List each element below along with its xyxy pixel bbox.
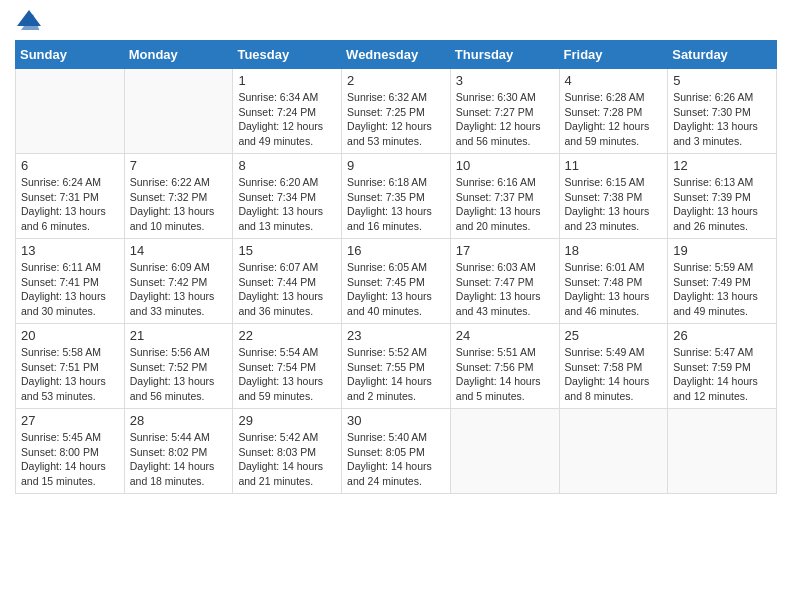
weekday-header: Sunday bbox=[16, 41, 125, 69]
day-info: Sunrise: 5:44 AM Sunset: 8:02 PM Dayligh… bbox=[130, 430, 228, 489]
calendar-cell bbox=[16, 69, 125, 154]
calendar-cell: 9Sunrise: 6:18 AM Sunset: 7:35 PM Daylig… bbox=[342, 154, 451, 239]
calendar-cell bbox=[124, 69, 233, 154]
weekday-header: Wednesday bbox=[342, 41, 451, 69]
weekday-header: Friday bbox=[559, 41, 668, 69]
calendar-cell: 19Sunrise: 5:59 AM Sunset: 7:49 PM Dayli… bbox=[668, 239, 777, 324]
day-number: 4 bbox=[565, 73, 663, 88]
calendar-cell: 2Sunrise: 6:32 AM Sunset: 7:25 PM Daylig… bbox=[342, 69, 451, 154]
day-number: 6 bbox=[21, 158, 119, 173]
day-info: Sunrise: 6:16 AM Sunset: 7:37 PM Dayligh… bbox=[456, 175, 554, 234]
day-info: Sunrise: 6:24 AM Sunset: 7:31 PM Dayligh… bbox=[21, 175, 119, 234]
day-number: 11 bbox=[565, 158, 663, 173]
day-info: Sunrise: 5:56 AM Sunset: 7:52 PM Dayligh… bbox=[130, 345, 228, 404]
calendar-cell: 27Sunrise: 5:45 AM Sunset: 8:00 PM Dayli… bbox=[16, 409, 125, 494]
calendar-cell: 18Sunrise: 6:01 AM Sunset: 7:48 PM Dayli… bbox=[559, 239, 668, 324]
day-number: 2 bbox=[347, 73, 445, 88]
day-info: Sunrise: 5:42 AM Sunset: 8:03 PM Dayligh… bbox=[238, 430, 336, 489]
calendar-cell: 8Sunrise: 6:20 AM Sunset: 7:34 PM Daylig… bbox=[233, 154, 342, 239]
calendar-cell: 13Sunrise: 6:11 AM Sunset: 7:41 PM Dayli… bbox=[16, 239, 125, 324]
day-number: 7 bbox=[130, 158, 228, 173]
day-info: Sunrise: 5:59 AM Sunset: 7:49 PM Dayligh… bbox=[673, 260, 771, 319]
weekday-header: Thursday bbox=[450, 41, 559, 69]
calendar-cell: 4Sunrise: 6:28 AM Sunset: 7:28 PM Daylig… bbox=[559, 69, 668, 154]
day-info: Sunrise: 5:54 AM Sunset: 7:54 PM Dayligh… bbox=[238, 345, 336, 404]
day-info: Sunrise: 6:13 AM Sunset: 7:39 PM Dayligh… bbox=[673, 175, 771, 234]
calendar-cell: 14Sunrise: 6:09 AM Sunset: 7:42 PM Dayli… bbox=[124, 239, 233, 324]
calendar-cell: 17Sunrise: 6:03 AM Sunset: 7:47 PM Dayli… bbox=[450, 239, 559, 324]
day-number: 22 bbox=[238, 328, 336, 343]
day-info: Sunrise: 5:58 AM Sunset: 7:51 PM Dayligh… bbox=[21, 345, 119, 404]
calendar-cell: 28Sunrise: 5:44 AM Sunset: 8:02 PM Dayli… bbox=[124, 409, 233, 494]
logo bbox=[15, 10, 41, 30]
weekday-header: Saturday bbox=[668, 41, 777, 69]
day-number: 18 bbox=[565, 243, 663, 258]
day-number: 14 bbox=[130, 243, 228, 258]
calendar-cell bbox=[450, 409, 559, 494]
calendar-week-row: 6Sunrise: 6:24 AM Sunset: 7:31 PM Daylig… bbox=[16, 154, 777, 239]
day-info: Sunrise: 5:40 AM Sunset: 8:05 PM Dayligh… bbox=[347, 430, 445, 489]
calendar-cell: 3Sunrise: 6:30 AM Sunset: 7:27 PM Daylig… bbox=[450, 69, 559, 154]
calendar-cell bbox=[668, 409, 777, 494]
day-number: 24 bbox=[456, 328, 554, 343]
logo-icon bbox=[17, 10, 41, 30]
calendar-week-row: 1Sunrise: 6:34 AM Sunset: 7:24 PM Daylig… bbox=[16, 69, 777, 154]
calendar-cell: 23Sunrise: 5:52 AM Sunset: 7:55 PM Dayli… bbox=[342, 324, 451, 409]
day-number: 26 bbox=[673, 328, 771, 343]
day-number: 28 bbox=[130, 413, 228, 428]
calendar-week-row: 27Sunrise: 5:45 AM Sunset: 8:00 PM Dayli… bbox=[16, 409, 777, 494]
day-info: Sunrise: 6:03 AM Sunset: 7:47 PM Dayligh… bbox=[456, 260, 554, 319]
day-info: Sunrise: 6:09 AM Sunset: 7:42 PM Dayligh… bbox=[130, 260, 228, 319]
day-info: Sunrise: 6:11 AM Sunset: 7:41 PM Dayligh… bbox=[21, 260, 119, 319]
day-number: 5 bbox=[673, 73, 771, 88]
day-info: Sunrise: 6:07 AM Sunset: 7:44 PM Dayligh… bbox=[238, 260, 336, 319]
day-info: Sunrise: 6:05 AM Sunset: 7:45 PM Dayligh… bbox=[347, 260, 445, 319]
day-info: Sunrise: 6:28 AM Sunset: 7:28 PM Dayligh… bbox=[565, 90, 663, 149]
day-number: 3 bbox=[456, 73, 554, 88]
day-info: Sunrise: 5:47 AM Sunset: 7:59 PM Dayligh… bbox=[673, 345, 771, 404]
day-number: 30 bbox=[347, 413, 445, 428]
calendar-cell: 20Sunrise: 5:58 AM Sunset: 7:51 PM Dayli… bbox=[16, 324, 125, 409]
day-number: 1 bbox=[238, 73, 336, 88]
day-number: 29 bbox=[238, 413, 336, 428]
day-info: Sunrise: 6:01 AM Sunset: 7:48 PM Dayligh… bbox=[565, 260, 663, 319]
day-number: 21 bbox=[130, 328, 228, 343]
day-info: Sunrise: 6:30 AM Sunset: 7:27 PM Dayligh… bbox=[456, 90, 554, 149]
calendar-cell: 30Sunrise: 5:40 AM Sunset: 8:05 PM Dayli… bbox=[342, 409, 451, 494]
day-number: 9 bbox=[347, 158, 445, 173]
day-info: Sunrise: 6:26 AM Sunset: 7:30 PM Dayligh… bbox=[673, 90, 771, 149]
day-info: Sunrise: 6:18 AM Sunset: 7:35 PM Dayligh… bbox=[347, 175, 445, 234]
day-number: 23 bbox=[347, 328, 445, 343]
calendar-header-row: SundayMondayTuesdayWednesdayThursdayFrid… bbox=[16, 41, 777, 69]
calendar-cell: 16Sunrise: 6:05 AM Sunset: 7:45 PM Dayli… bbox=[342, 239, 451, 324]
day-number: 13 bbox=[21, 243, 119, 258]
day-number: 27 bbox=[21, 413, 119, 428]
day-info: Sunrise: 6:22 AM Sunset: 7:32 PM Dayligh… bbox=[130, 175, 228, 234]
calendar-cell: 24Sunrise: 5:51 AM Sunset: 7:56 PM Dayli… bbox=[450, 324, 559, 409]
day-info: Sunrise: 6:32 AM Sunset: 7:25 PM Dayligh… bbox=[347, 90, 445, 149]
weekday-header: Tuesday bbox=[233, 41, 342, 69]
day-number: 25 bbox=[565, 328, 663, 343]
day-info: Sunrise: 6:15 AM Sunset: 7:38 PM Dayligh… bbox=[565, 175, 663, 234]
calendar-cell: 21Sunrise: 5:56 AM Sunset: 7:52 PM Dayli… bbox=[124, 324, 233, 409]
day-number: 17 bbox=[456, 243, 554, 258]
page-container: SundayMondayTuesdayWednesdayThursdayFrid… bbox=[0, 0, 792, 504]
page-header bbox=[15, 10, 777, 30]
day-info: Sunrise: 5:45 AM Sunset: 8:00 PM Dayligh… bbox=[21, 430, 119, 489]
calendar-cell: 22Sunrise: 5:54 AM Sunset: 7:54 PM Dayli… bbox=[233, 324, 342, 409]
calendar-week-row: 20Sunrise: 5:58 AM Sunset: 7:51 PM Dayli… bbox=[16, 324, 777, 409]
day-number: 20 bbox=[21, 328, 119, 343]
day-number: 16 bbox=[347, 243, 445, 258]
calendar-cell bbox=[559, 409, 668, 494]
calendar-cell: 25Sunrise: 5:49 AM Sunset: 7:58 PM Dayli… bbox=[559, 324, 668, 409]
calendar-cell: 5Sunrise: 6:26 AM Sunset: 7:30 PM Daylig… bbox=[668, 69, 777, 154]
day-number: 19 bbox=[673, 243, 771, 258]
calendar-table: SundayMondayTuesdayWednesdayThursdayFrid… bbox=[15, 40, 777, 494]
calendar-cell: 1Sunrise: 6:34 AM Sunset: 7:24 PM Daylig… bbox=[233, 69, 342, 154]
calendar-cell: 11Sunrise: 6:15 AM Sunset: 7:38 PM Dayli… bbox=[559, 154, 668, 239]
day-number: 8 bbox=[238, 158, 336, 173]
calendar-cell: 7Sunrise: 6:22 AM Sunset: 7:32 PM Daylig… bbox=[124, 154, 233, 239]
calendar-cell: 10Sunrise: 6:16 AM Sunset: 7:37 PM Dayli… bbox=[450, 154, 559, 239]
calendar-cell: 15Sunrise: 6:07 AM Sunset: 7:44 PM Dayli… bbox=[233, 239, 342, 324]
day-info: Sunrise: 6:20 AM Sunset: 7:34 PM Dayligh… bbox=[238, 175, 336, 234]
